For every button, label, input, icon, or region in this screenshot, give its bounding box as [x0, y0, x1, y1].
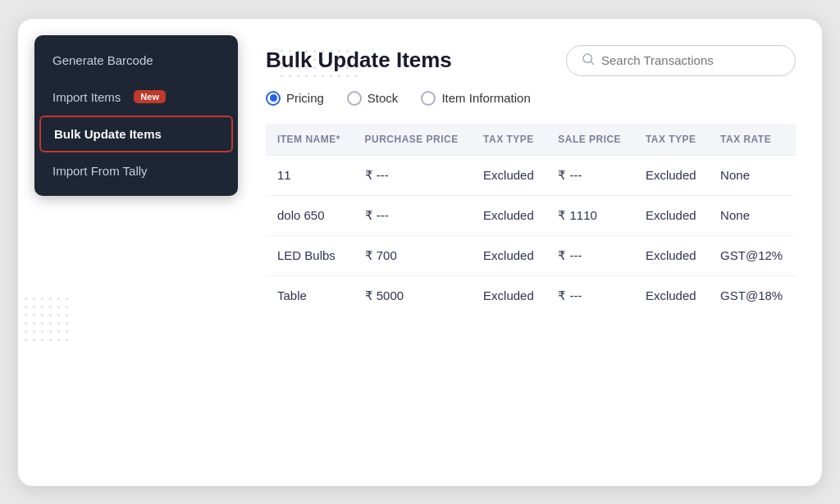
- cell-sale-price[interactable]: ₹ 1110: [546, 195, 634, 235]
- dot-grid-left-decoration: for(let i=0;i<36;i++) document.currentSc…: [25, 297, 71, 343]
- cell-item-name: Table: [266, 275, 354, 316]
- col-header-item-name: ITEM NAME*: [266, 124, 354, 156]
- col-header-purchase-price: PURCHASE PRICE: [354, 124, 472, 156]
- cell-sale-tax-type[interactable]: Excluded: [634, 155, 709, 195]
- dropdown-menu: Generate Barcode Import Items New Bulk U…: [34, 35, 238, 196]
- col-header-tax-rate: TAX RATE: [709, 124, 796, 156]
- cell-purchase-tax-type[interactable]: Excluded: [472, 195, 546, 235]
- menu-item-bulk-update-items[interactable]: Bulk Update Items: [39, 116, 233, 152]
- main-container: for(let i=0;i<40;i++) document.currentSc…: [18, 19, 822, 486]
- cell-sale-price[interactable]: ₹ ---: [546, 275, 634, 316]
- menu-label-import-from-tally: Import From Tally: [52, 164, 148, 178]
- cell-sale-price[interactable]: ₹ ---: [546, 155, 634, 195]
- svg-line-1: [591, 61, 593, 64]
- cell-tax-rate[interactable]: GST@18%: [709, 275, 796, 316]
- content-area: Bulk Update Items Pricing Stock: [266, 45, 796, 316]
- radio-circle-stock: [347, 91, 362, 106]
- cell-item-name: LED Bulbs: [266, 235, 354, 275]
- search-icon: [582, 52, 595, 69]
- table-row[interactable]: 11 ₹ --- Excluded ₹ --- Excluded None: [266, 155, 796, 195]
- search-box[interactable]: [566, 45, 796, 76]
- menu-label-generate-barcode: Generate Barcode: [52, 53, 153, 67]
- radio-circle-pricing: [266, 91, 281, 106]
- cell-purchase-price[interactable]: ₹ ---: [354, 155, 472, 195]
- cell-purchase-tax-type[interactable]: Excluded: [472, 275, 546, 316]
- cell-purchase-tax-type[interactable]: Excluded: [472, 235, 546, 275]
- cell-purchase-price[interactable]: ₹ 5000: [354, 275, 472, 316]
- col-header-sale-price: SALE PRICE: [546, 124, 634, 156]
- new-badge: New: [134, 90, 166, 103]
- radio-label-item-information: Item Information: [441, 91, 530, 105]
- cell-purchase-price[interactable]: ₹ ---: [354, 195, 472, 235]
- radio-tabs: Pricing Stock Item Information: [266, 91, 796, 106]
- radio-tab-stock[interactable]: Stock: [347, 91, 399, 106]
- radio-circle-item-information: [421, 91, 436, 106]
- search-input[interactable]: [601, 53, 780, 67]
- table-row[interactable]: LED Bulbs ₹ 700 Excluded ₹ --- Excluded …: [266, 235, 796, 275]
- radio-tab-item-information[interactable]: Item Information: [421, 91, 530, 106]
- bulk-update-table: ITEM NAME* PURCHASE PRICE TAX TYPE SALE …: [266, 124, 796, 316]
- cell-tax-rate[interactable]: GST@12%: [709, 235, 796, 275]
- col-header-sale-tax-type: TAX TYPE: [634, 124, 709, 156]
- radio-tab-pricing[interactable]: Pricing: [266, 91, 324, 106]
- cell-tax-rate[interactable]: None: [709, 155, 796, 195]
- table-row[interactable]: dolo 650 ₹ --- Excluded ₹ 1110 Excluded …: [266, 195, 796, 235]
- cell-item-name: 11: [266, 155, 354, 195]
- table-header-row: ITEM NAME* PURCHASE PRICE TAX TYPE SALE …: [266, 124, 796, 156]
- radio-label-pricing: Pricing: [286, 91, 324, 105]
- menu-label-import-items: Import Items: [52, 90, 121, 104]
- dot-grid-top-decoration: for(let i=0;i<40;i++) document.currentSc…: [281, 50, 359, 79]
- cell-sale-tax-type[interactable]: Excluded: [634, 195, 709, 235]
- cell-purchase-price[interactable]: ₹ 700: [354, 235, 472, 275]
- cell-item-name: dolo 650: [266, 195, 354, 235]
- cell-sale-tax-type[interactable]: Excluded: [634, 235, 709, 275]
- menu-item-import-items[interactable]: Import Items New: [34, 79, 238, 116]
- col-header-purchase-tax-type: TAX TYPE: [472, 124, 546, 156]
- cell-sale-tax-type[interactable]: Excluded: [634, 275, 709, 316]
- cell-tax-rate[interactable]: None: [709, 195, 796, 235]
- table-row[interactable]: Table ₹ 5000 Excluded ₹ --- Excluded GST…: [266, 275, 796, 316]
- cell-purchase-tax-type[interactable]: Excluded: [472, 155, 546, 195]
- menu-label-bulk-update-items: Bulk Update Items: [54, 127, 162, 141]
- menu-item-generate-barcode[interactable]: Generate Barcode: [34, 42, 238, 79]
- radio-label-stock: Stock: [368, 91, 399, 105]
- cell-sale-price[interactable]: ₹ ---: [546, 235, 634, 275]
- menu-item-import-from-tally[interactable]: Import From Tally: [34, 152, 238, 189]
